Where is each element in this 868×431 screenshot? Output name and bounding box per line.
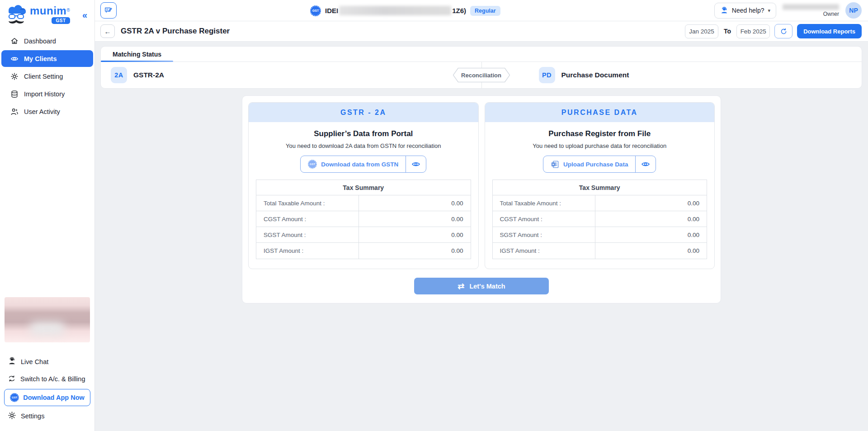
sidebar-nav: Dashboard My Clients Client Setting Impo… <box>0 33 94 120</box>
download-gstn-button[interactable]: GST Download data from GSTN <box>301 156 406 172</box>
main-area: GST IDEI 1Z6) Regular Need help? <box>95 0 868 431</box>
sidebar-item-settings[interactable]: Settings <box>0 407 94 425</box>
gstr2a-source: 2A GSTR-2A <box>101 67 481 83</box>
gstr2a-source-label: GSTR-2A <box>133 71 164 79</box>
swap-arrows-icon: ⇄ <box>458 282 464 290</box>
match-button-row: ⇄ Let's Match <box>248 278 715 294</box>
gear-icon <box>10 72 19 81</box>
top-header: GST IDEI 1Z6) Regular Need help? <box>95 0 868 21</box>
support-agent-icon <box>720 6 728 14</box>
brand-logo: munim® GST « <box>0 0 94 29</box>
sidebar-item-user-activity[interactable]: User Activity <box>1 103 93 120</box>
sidebar-item-label: My Clients <box>24 55 57 62</box>
gst-badge-icon: GST <box>310 5 321 16</box>
purchase-card-heading: Purchase Register from File <box>485 129 715 138</box>
brand-wordmark: munim® GST <box>30 6 70 24</box>
reconciliation-flow-row: 2A GSTR-2A Reconciliation PD Purchase Do… <box>101 62 862 88</box>
content-area: GSTR - 2A Supplier’s Data from Portal Yo… <box>95 89 868 431</box>
sidebar: munim® GST « Dashboard My Clients <box>0 0 95 431</box>
date-to-input[interactable]: Feb 2025 <box>736 24 770 38</box>
download-app-label: Download App Now <box>23 394 85 401</box>
row-label: Total Taxable Amount : <box>493 195 595 211</box>
page-title-bar: ← GSTR 2A v Purchase Register Jan 2025 T… <box>95 21 868 42</box>
need-help-label: Need help? <box>732 7 764 14</box>
back-button[interactable]: ← <box>100 24 115 38</box>
sidebar-item-label: Import History <box>24 90 65 98</box>
table-row: Total Taxable Amount : 0.00 <box>256 195 471 211</box>
app-root: munim® GST « Dashboard My Clients <box>0 0 868 431</box>
avatar[interactable]: NP <box>845 2 862 19</box>
refresh-icon <box>780 28 788 35</box>
row-label: SGST Amount : <box>256 227 359 242</box>
row-value: 0.00 <box>359 211 470 227</box>
table-row: CGST Amount : 0.00 <box>493 211 707 227</box>
table-row: IGST Amount : 0.00 <box>256 243 471 259</box>
sidebar-item-label: Live Chat <box>21 358 48 365</box>
brand-gst-badge: GST <box>52 17 70 24</box>
row-value: 0.00 <box>595 195 707 211</box>
sidebar-item-label: Settings <box>21 412 44 420</box>
brand-registered-mark: ® <box>66 8 70 13</box>
eye-icon <box>411 160 420 169</box>
sidebar-item-dashboard[interactable]: Dashboard <box>1 33 93 49</box>
home-icon <box>10 37 19 45</box>
page-title: GSTR 2A v Purchase Register <box>121 27 230 36</box>
sidebar-item-import-history[interactable]: Import History <box>1 85 93 102</box>
tax-summary-title: Tax Summary <box>493 180 707 195</box>
need-help-button[interactable]: Need help? ▾ <box>714 3 776 19</box>
sidebar-item-label: User Activity <box>24 108 60 115</box>
preview-purchase-button[interactable] <box>636 156 656 172</box>
tab-matching-status[interactable]: Matching Status <box>101 47 173 62</box>
sidebar-item-live-chat[interactable]: Live Chat <box>0 353 94 370</box>
date-from-input[interactable]: Jan 2025 <box>685 24 718 38</box>
gstr2a-card-body: Supplier’s Data from Portal You need to … <box>249 129 478 269</box>
lets-match-button[interactable]: ⇄ Let's Match <box>414 278 549 294</box>
sidebar-item-switch-billing[interactable]: Switch to A/c. & Billing <box>0 370 94 388</box>
spreadsheet-file-icon <box>551 160 559 169</box>
refresh-button[interactable] <box>774 24 793 38</box>
table-row: IGST Amount : 0.00 <box>493 243 707 259</box>
sidebar-bottom: Live Chat Switch to A/c. & Billing GST D… <box>0 297 94 431</box>
reconciliation-panel: GSTR - 2A Supplier’s Data from Portal Yo… <box>242 95 721 303</box>
upload-purchase-label: Upload Purchase Data <box>563 161 628 168</box>
sidebar-item-my-clients[interactable]: My Clients <box>1 50 93 67</box>
table-row: SGST Amount : 0.00 <box>256 227 471 243</box>
row-label: CGST Amount : <box>493 211 595 227</box>
eye-icon <box>641 160 650 169</box>
chevron-down-icon: ▾ <box>768 8 770 14</box>
sidebar-item-client-setting[interactable]: Client Setting <box>1 68 93 85</box>
purchase-card-body: Purchase Register from File You need to … <box>485 129 715 269</box>
table-row: Total Taxable Amount : 0.00 <box>493 195 707 211</box>
feedback-compose-button[interactable] <box>100 2 117 19</box>
purchase-doc-source: PD Purchase Document <box>481 67 862 83</box>
title-bar-actions: Jan 2025 To Feb 2025 Download Reports <box>685 24 862 38</box>
matching-status-card: Matching Status 2A GSTR-2A Reconciliatio… <box>100 46 862 89</box>
gstr2a-action-group: GST Download data from GSTN <box>300 156 426 173</box>
preview-gstr2a-button[interactable] <box>406 156 426 172</box>
row-label: Total Taxable Amount : <box>256 195 359 211</box>
pd-source-label: Purchase Document <box>561 71 629 79</box>
purchase-data-card: PURCHASE DATA Purchase Register from Fil… <box>485 102 715 269</box>
purchase-card-header: PURCHASE DATA <box>485 103 715 122</box>
chat-edit-icon <box>104 6 113 15</box>
sidebar-collapse-icon[interactable]: « <box>80 10 89 20</box>
data-cards-row: GSTR - 2A Supplier’s Data from Portal Yo… <box>248 102 715 269</box>
row-value: 0.00 <box>595 243 707 259</box>
tax-summary-title: Tax Summary <box>256 180 471 195</box>
user-activity-icon <box>10 108 19 116</box>
date-range-to-label: To <box>724 28 731 35</box>
upload-purchase-button[interactable]: Upload Purchase Data <box>543 156 636 172</box>
sidebar-item-label: Switch to A/c. & Billing <box>20 375 85 383</box>
database-icon <box>10 90 19 98</box>
row-value: 0.00 <box>595 211 707 227</box>
registration-type-badge: Regular <box>470 6 500 16</box>
gear-icon <box>8 411 16 421</box>
row-value: 0.00 <box>359 243 470 259</box>
gstr2a-card-heading: Supplier’s Data from Portal <box>249 129 478 138</box>
download-reports-button[interactable]: Download Reports <box>797 24 862 38</box>
tab-bar: Matching Status <box>101 47 862 62</box>
gstr2a-tax-summary-table: Tax Summary Total Taxable Amount : 0.00 … <box>256 180 471 259</box>
row-label: CGST Amount : <box>256 211 359 227</box>
header-right: Need help? ▾ Owner NP <box>714 2 862 19</box>
download-app-button[interactable]: GST Download App Now <box>4 389 90 406</box>
